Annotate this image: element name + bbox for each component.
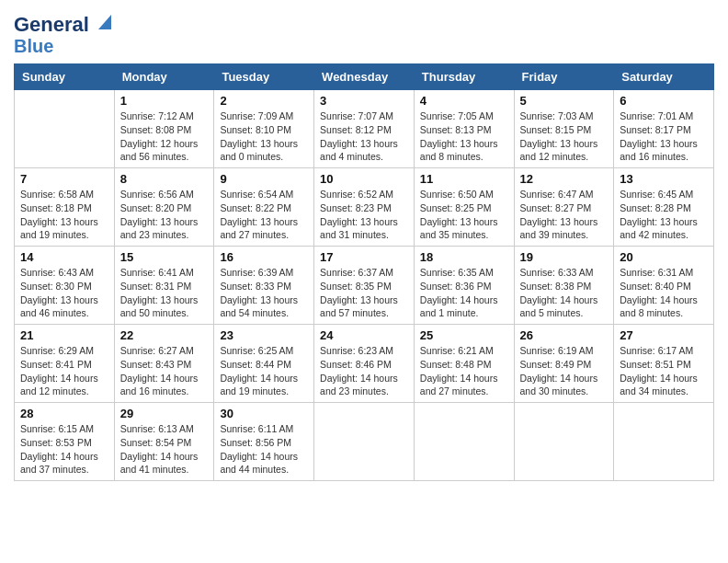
day-info: Sunrise: 6:31 AMSunset: 8:40 PMDaylight:… <box>620 266 708 320</box>
day-info: Sunrise: 6:23 AMSunset: 8:46 PMDaylight:… <box>320 344 408 398</box>
day-info: Sunrise: 6:15 AMSunset: 8:53 PMDaylight:… <box>20 422 108 477</box>
calendar-cell: 18Sunrise: 6:35 AMSunset: 8:36 PMDayligh… <box>414 247 514 325</box>
calendar-header-monday: Monday <box>114 64 214 90</box>
day-info: Sunrise: 6:39 AMSunset: 8:33 PMDaylight:… <box>220 266 308 320</box>
calendar-cell: 16Sunrise: 6:39 AMSunset: 8:33 PMDayligh… <box>214 247 314 325</box>
day-info: Sunrise: 6:43 AMSunset: 8:30 PMDaylight:… <box>20 266 108 320</box>
day-number: 26 <box>520 328 609 342</box>
calendar-header-tuesday: Tuesday <box>214 64 314 90</box>
calendar-cell: 12Sunrise: 6:47 AMSunset: 8:27 PMDayligh… <box>514 168 614 247</box>
day-number: 2 <box>220 94 308 108</box>
calendar-cell: 13Sunrise: 6:45 AMSunset: 8:28 PMDayligh… <box>614 168 714 247</box>
day-info: Sunrise: 6:29 AMSunset: 8:41 PMDaylight:… <box>20 344 108 398</box>
day-info: Sunrise: 6:52 AMSunset: 8:23 PMDaylight:… <box>320 188 408 242</box>
calendar-cell: 8Sunrise: 6:56 AMSunset: 8:20 PMDaylight… <box>114 168 214 247</box>
calendar-cell: 1Sunrise: 7:12 AMSunset: 8:08 PMDaylight… <box>114 90 214 168</box>
day-number: 24 <box>320 328 408 342</box>
calendar-cell: 17Sunrise: 6:37 AMSunset: 8:35 PMDayligh… <box>314 247 415 325</box>
calendar-cell: 10Sunrise: 6:52 AMSunset: 8:23 PMDayligh… <box>314 168 415 247</box>
calendar-cell: 4Sunrise: 7:05 AMSunset: 8:13 PMDaylight… <box>414 90 514 168</box>
day-number: 21 <box>20 328 108 342</box>
day-number: 18 <box>420 250 508 264</box>
calendar-cell: 22Sunrise: 6:27 AMSunset: 8:43 PMDayligh… <box>114 325 214 403</box>
calendar-cell: 21Sunrise: 6:29 AMSunset: 8:41 PMDayligh… <box>15 325 115 403</box>
day-number: 4 <box>420 94 508 108</box>
logo-text-blue: Blue <box>14 36 53 56</box>
day-number: 10 <box>320 172 408 186</box>
week-row-5: 28Sunrise: 6:15 AMSunset: 8:53 PMDayligh… <box>15 403 714 481</box>
calendar-cell: 26Sunrise: 6:19 AMSunset: 8:49 PMDayligh… <box>514 325 614 403</box>
day-info: Sunrise: 6:13 AMSunset: 8:54 PMDaylight:… <box>120 422 209 477</box>
day-info: Sunrise: 6:35 AMSunset: 8:36 PMDaylight:… <box>420 266 508 320</box>
day-number: 25 <box>420 328 508 342</box>
calendar-header-saturday: Saturday <box>614 64 714 90</box>
day-info: Sunrise: 7:12 AMSunset: 8:08 PMDaylight:… <box>120 109 209 164</box>
day-info: Sunrise: 6:37 AMSunset: 8:35 PMDaylight:… <box>320 266 408 320</box>
calendar-cell: 15Sunrise: 6:41 AMSunset: 8:31 PMDayligh… <box>114 247 214 325</box>
day-info: Sunrise: 6:47 AMSunset: 8:27 PMDaylight:… <box>520 188 609 242</box>
calendar-cell: 9Sunrise: 6:54 AMSunset: 8:22 PMDaylight… <box>214 168 314 247</box>
calendar-cell: 2Sunrise: 7:09 AMSunset: 8:10 PMDaylight… <box>214 90 314 168</box>
day-info: Sunrise: 6:54 AMSunset: 8:22 PMDaylight:… <box>220 188 308 242</box>
calendar-header-thursday: Thursday <box>414 64 514 90</box>
week-row-3: 14Sunrise: 6:43 AMSunset: 8:30 PMDayligh… <box>15 247 714 325</box>
svg-marker-0 <box>98 15 111 29</box>
day-number: 19 <box>520 250 609 264</box>
calendar-cell: 25Sunrise: 6:21 AMSunset: 8:48 PMDayligh… <box>414 325 514 403</box>
day-info: Sunrise: 6:21 AMSunset: 8:48 PMDaylight:… <box>420 344 508 398</box>
day-number: 29 <box>120 407 209 420</box>
day-number: 11 <box>420 172 508 186</box>
day-number: 28 <box>20 407 108 420</box>
day-number: 20 <box>620 250 708 264</box>
day-number: 15 <box>120 250 209 264</box>
day-info: Sunrise: 6:33 AMSunset: 8:38 PMDaylight:… <box>520 266 609 320</box>
day-number: 30 <box>220 407 308 420</box>
logo-text-general: General <box>14 14 89 36</box>
day-number: 14 <box>20 250 108 264</box>
day-info: Sunrise: 6:25 AMSunset: 8:44 PMDaylight:… <box>220 344 308 398</box>
day-info: Sunrise: 7:01 AMSunset: 8:17 PMDaylight:… <box>620 109 708 164</box>
day-info: Sunrise: 7:07 AMSunset: 8:12 PMDaylight:… <box>320 109 408 164</box>
calendar-cell: 28Sunrise: 6:15 AMSunset: 8:53 PMDayligh… <box>15 403 115 481</box>
calendar-header-friday: Friday <box>514 64 614 90</box>
calendar-table: SundayMondayTuesdayWednesdayThursdayFrid… <box>14 63 714 481</box>
calendar-cell: 23Sunrise: 6:25 AMSunset: 8:44 PMDayligh… <box>214 325 314 403</box>
calendar-cell <box>314 403 415 481</box>
week-row-1: 1Sunrise: 7:12 AMSunset: 8:08 PMDaylight… <box>15 90 714 168</box>
logo: General Blue <box>14 14 111 56</box>
day-info: Sunrise: 6:56 AMSunset: 8:20 PMDaylight:… <box>120 188 209 242</box>
day-number: 13 <box>620 172 708 186</box>
calendar-header-wednesday: Wednesday <box>314 64 415 90</box>
day-number: 12 <box>520 172 609 186</box>
day-info: Sunrise: 6:41 AMSunset: 8:31 PMDaylight:… <box>120 266 209 320</box>
calendar-cell <box>614 403 714 481</box>
day-info: Sunrise: 6:11 AMSunset: 8:56 PMDaylight:… <box>220 422 308 477</box>
day-number: 16 <box>220 250 308 264</box>
calendar-cell: 6Sunrise: 7:01 AMSunset: 8:17 PMDaylight… <box>614 90 714 168</box>
day-info: Sunrise: 6:19 AMSunset: 8:49 PMDaylight:… <box>520 344 609 398</box>
day-number: 1 <box>120 94 209 108</box>
calendar-cell: 7Sunrise: 6:58 AMSunset: 8:18 PMDaylight… <box>15 168 115 247</box>
calendar-cell: 14Sunrise: 6:43 AMSunset: 8:30 PMDayligh… <box>15 247 115 325</box>
week-row-4: 21Sunrise: 6:29 AMSunset: 8:41 PMDayligh… <box>15 325 714 403</box>
week-row-2: 7Sunrise: 6:58 AMSunset: 8:18 PMDaylight… <box>15 168 714 247</box>
day-info: Sunrise: 6:17 AMSunset: 8:51 PMDaylight:… <box>620 344 708 398</box>
calendar-cell: 29Sunrise: 6:13 AMSunset: 8:54 PMDayligh… <box>114 403 214 481</box>
day-number: 7 <box>20 172 108 186</box>
calendar-cell <box>414 403 514 481</box>
calendar-cell: 24Sunrise: 6:23 AMSunset: 8:46 PMDayligh… <box>314 325 415 403</box>
logo-icon <box>91 13 111 33</box>
calendar-header-sunday: Sunday <box>15 64 115 90</box>
day-number: 3 <box>320 94 408 108</box>
calendar-cell: 30Sunrise: 6:11 AMSunset: 8:56 PMDayligh… <box>214 403 314 481</box>
day-info: Sunrise: 6:27 AMSunset: 8:43 PMDaylight:… <box>120 344 209 398</box>
day-number: 5 <box>520 94 609 108</box>
page-header: General Blue <box>14 14 714 56</box>
calendar-cell: 19Sunrise: 6:33 AMSunset: 8:38 PMDayligh… <box>514 247 614 325</box>
calendar-cell: 3Sunrise: 7:07 AMSunset: 8:12 PMDaylight… <box>314 90 415 168</box>
calendar-cell <box>15 90 115 168</box>
day-info: Sunrise: 7:09 AMSunset: 8:10 PMDaylight:… <box>220 109 308 164</box>
day-info: Sunrise: 6:50 AMSunset: 8:25 PMDaylight:… <box>420 188 508 242</box>
day-info: Sunrise: 7:05 AMSunset: 8:13 PMDaylight:… <box>420 109 508 164</box>
day-number: 9 <box>220 172 308 186</box>
